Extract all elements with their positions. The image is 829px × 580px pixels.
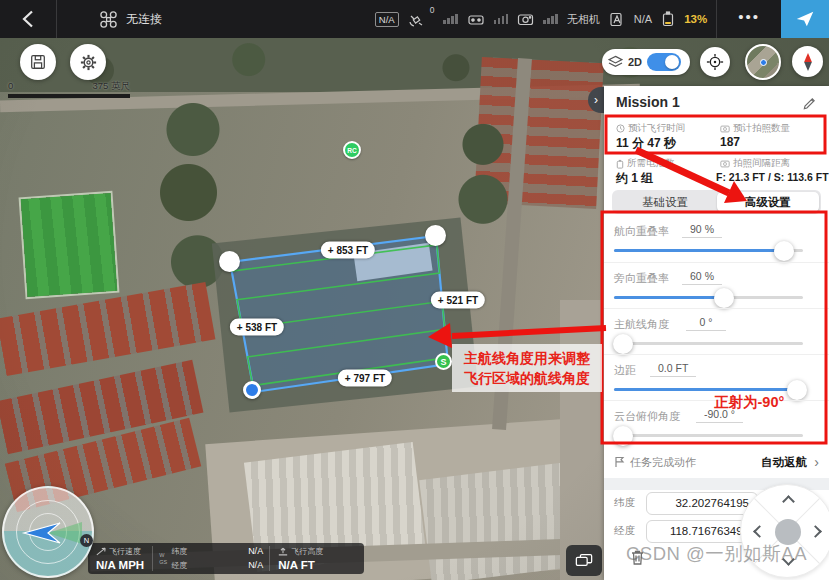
- telemetry-lng-value: N/A: [248, 560, 263, 571]
- stat-photo-count-label: 预计拍照数量: [720, 122, 790, 135]
- polygon-vertex-handle[interactable]: [425, 225, 446, 246]
- drone-icon: [99, 10, 118, 29]
- battery-small-icon: [616, 159, 624, 169]
- connection-status: 无连接: [126, 11, 162, 28]
- route-angle-slider[interactable]: [614, 342, 803, 345]
- mission-polygon[interactable]: [230, 236, 448, 392]
- telemetry-lat-label: 纬度: [171, 546, 187, 557]
- camera-small-icon: [720, 125, 730, 133]
- back-chevron-icon: [22, 10, 34, 28]
- edge-length-top: + 853 FT: [321, 242, 375, 259]
- attitude-compass: N: [2, 486, 94, 578]
- finish-action-row[interactable]: 任务完成动作 自动返航 ›: [604, 448, 829, 476]
- route-angle-tip: 主航线角度用来调整 飞行区域的航线角度: [452, 344, 602, 392]
- stat-battery-count-label: 所需电池数: [616, 157, 675, 170]
- map-scale-bar: 0 375 英尺: [8, 80, 130, 98]
- datum-label: WGS: [159, 552, 167, 566]
- telemetry-bar: 飞行速度 N/A MPH WGS 纬度N/A 经度N/A 飞行高度 N/A FT: [88, 543, 364, 574]
- compass-north-badge: N: [80, 534, 93, 547]
- clock-icon: [616, 124, 625, 133]
- 2d-3d-toggle[interactable]: [647, 53, 681, 71]
- margin-value[interactable]: 0.0 FT: [650, 361, 696, 377]
- airplane-icon: [794, 8, 816, 30]
- back-button[interactable]: [0, 0, 56, 38]
- mission-title: Mission 1: [616, 94, 680, 110]
- altitude-label: 飞行高度: [291, 546, 323, 557]
- front-overlap-label: 航向重叠率: [614, 224, 669, 239]
- camera-status: 无相机: [567, 12, 600, 27]
- route-angle-label: 主航线角度: [614, 317, 669, 332]
- map-layers-button[interactable]: [566, 545, 602, 576]
- scale-zero: 0: [8, 80, 13, 93]
- nudge-left-button[interactable]: [753, 525, 766, 538]
- telemetry-lat-value: N/A: [248, 546, 263, 557]
- remote-controller-icon: [467, 12, 485, 26]
- rc-mode-value: N/A: [634, 13, 652, 25]
- minimap-button[interactable]: [745, 44, 781, 80]
- setting-row-front-overlap: 航向重叠率 90 %: [604, 216, 829, 262]
- flag-icon: [614, 456, 625, 468]
- save-icon: [29, 53, 47, 71]
- save-mission-button[interactable]: [20, 44, 56, 80]
- satellite-count: 0: [430, 5, 435, 15]
- topbar-divider: [716, 0, 717, 38]
- speed-icon: [96, 547, 106, 556]
- locate-button[interactable]: [700, 47, 730, 77]
- gimbal-ortho-note: 正射为-90°: [714, 393, 784, 412]
- watermark: CSDN @一别如斯AA: [604, 541, 829, 566]
- more-menu-button[interactable]: •••: [726, 8, 772, 31]
- battery-icon: [661, 11, 675, 27]
- polygon-vertex-selected[interactable]: [243, 381, 261, 399]
- setting-row-side-overlap: 旁向重叠率 60 %: [604, 262, 829, 308]
- map-mode-pill: 2D: [602, 49, 690, 75]
- edge-length-left: + 538 FT: [230, 319, 284, 336]
- polygon-vertex-handle[interactable]: [219, 251, 240, 272]
- chevron-right-icon: ›: [814, 454, 819, 470]
- stat-flight-time-value: 11 分 47 秒: [616, 135, 676, 152]
- slider-thumb[interactable]: [774, 241, 794, 261]
- slider-thumb[interactable]: [714, 288, 734, 308]
- altitude-value: N/A FT: [278, 559, 323, 571]
- topbar-divider: [56, 0, 57, 38]
- side-overlap-value[interactable]: 60 %: [682, 269, 722, 285]
- longitude-label: 经度: [614, 524, 640, 538]
- rc-signal-bars: [494, 14, 509, 24]
- nudge-right-button[interactable]: [809, 525, 822, 538]
- front-overlap-slider[interactable]: [614, 249, 803, 252]
- takeoff-button[interactable]: [781, 0, 829, 38]
- latitude-input[interactable]: 32.202764195: [646, 492, 758, 515]
- camera-small-icon: [720, 160, 730, 168]
- satellite-signal-bars: [443, 14, 458, 24]
- aircraft-heading-arrow: [20, 521, 62, 545]
- slider-thumb[interactable]: [613, 426, 633, 446]
- map-mode-label: 2D: [628, 56, 642, 68]
- compass-reset-button[interactable]: [792, 46, 823, 77]
- battery-percent: 13%: [684, 13, 707, 25]
- settings-button[interactable]: [70, 44, 106, 80]
- side-overlap-label: 旁向重叠率: [614, 271, 669, 286]
- telemetry-lng-label: 经度: [171, 560, 187, 571]
- tab-advanced-settings[interactable]: 高级设置: [717, 192, 820, 212]
- slider-thumb[interactable]: [613, 334, 633, 354]
- nudge-up-button[interactable]: [782, 495, 795, 508]
- stat-photo-count-value: 187: [720, 135, 740, 149]
- margin-slider[interactable]: [614, 388, 803, 391]
- mission-panel: Mission 1 预计飞行时间 11 分 47 秒 预计拍照数量 187 所需…: [604, 86, 829, 580]
- map-layers-icon: [575, 553, 593, 568]
- front-overlap-value[interactable]: 90 %: [682, 222, 722, 238]
- route-angle-value[interactable]: 0 °: [686, 315, 726, 331]
- rc-location-marker: RC: [343, 141, 361, 159]
- stat-interval-value: F: 21.3 FT / S: 113.6 FT: [716, 171, 829, 183]
- slider-thumb[interactable]: [787, 380, 807, 400]
- settings-tabs: 基础设置 高级设置: [612, 190, 821, 214]
- aircraft-status-badge: N/A: [375, 12, 399, 27]
- side-overlap-slider[interactable]: [614, 296, 803, 299]
- scale-distance: 375 英尺: [93, 80, 131, 93]
- gimbal-pitch-slider[interactable]: [614, 434, 803, 437]
- camera-icon: [517, 13, 534, 26]
- edit-mission-name-button[interactable]: [802, 96, 817, 111]
- minimap-location-dot: [760, 59, 767, 66]
- tab-basic-settings[interactable]: 基础设置: [614, 192, 717, 212]
- stat-battery-count-value: 约 1 组: [616, 170, 653, 187]
- gimbal-pitch-label: 云台俯仰角度: [614, 409, 680, 424]
